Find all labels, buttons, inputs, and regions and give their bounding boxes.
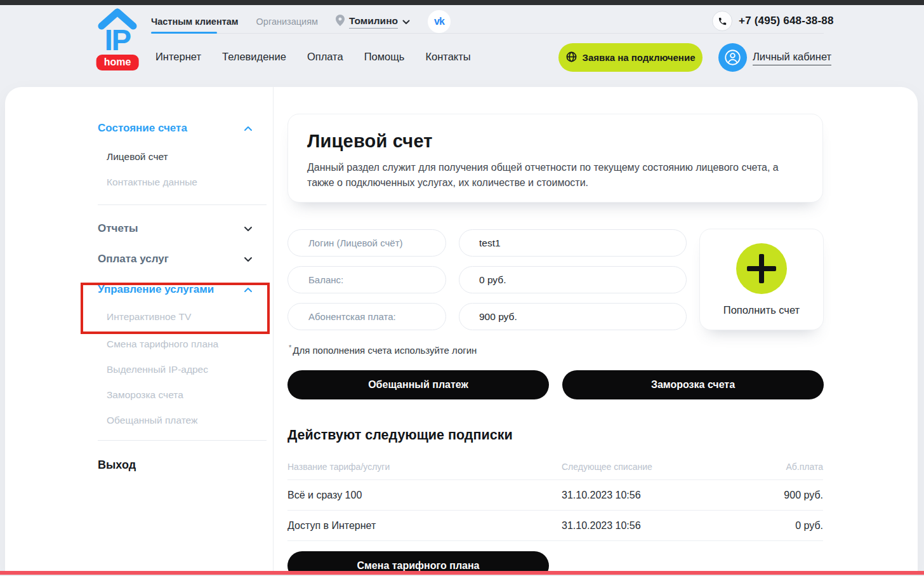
topup-account-card[interactable]: Пополнить счет [699,229,824,330]
logo-text: IP [95,25,140,55]
sidebar-divider [273,87,274,576]
cell-next-charge: 31.10.2023 10:56 [562,490,641,501]
connect-request-button[interactable]: Заявка на подключение [558,43,703,72]
nav-television[interactable]: Телевидение [222,51,286,63]
chevron-down-icon [244,253,253,265]
sidebar-section-divider [98,204,267,205]
cell-tariff-name: Доступ в Интернет [287,520,376,532]
active-tab-underline [151,32,217,34]
chevron-down-icon [402,16,410,27]
note-text: Для пополнения счета используйте логин [293,345,477,356]
field-label-subscription-fee: Абонентская плата: [287,303,446,330]
col-header-next-charge: Следующее списание [562,462,652,472]
browser-top-strip [0,0,924,5]
location-pin-icon [336,15,345,29]
cell-fee: 0 руб. [795,520,823,532]
field-value-login: test1 [459,229,687,257]
login-note: *Для пополнения счета используйте логин [289,344,477,356]
nav-help[interactable]: Помощь [364,51,405,63]
table-row: Всё и сразу 100 31.10.2023 10:56 900 руб… [287,479,823,510]
sidebar-section-payment-services[interactable]: Оплата услуг [98,253,253,265]
cell-fee: 900 руб. [784,490,823,501]
value-text: 900 руб. [479,311,517,323]
section-label: Отчеты [98,222,138,235]
subscriptions-title: Действуют следующие подписки [287,427,513,443]
intro-card: Лицевой счет Данный раздел служит для по… [287,114,823,203]
location-label: Томилино [349,15,398,29]
sidebar-logout[interactable]: Выход [98,459,136,472]
sidebar-section-service-management[interactable]: Управление услугами [98,283,253,296]
sidebar-item-change-tariff[interactable]: Смена тарифного плана [107,338,218,350]
location-selector[interactable]: Томилино [336,15,410,29]
sidebar-item-dedicated-ip[interactable]: Выделенный IP-адрес [107,364,208,375]
phone-contact[interactable]: +7 (495) 648-38-88 [712,11,834,31]
plus-bar-vertical [759,254,764,283]
sidebar-section-account-state[interactable]: Состояние счета [98,122,253,135]
sidebar-item-personal-account[interactable]: Лицевой счет [107,151,168,163]
logo-home-badge: home [96,55,139,70]
section-label: Оплата услуг [98,253,169,265]
sidebar-item-freeze-account[interactable]: Заморозка счета [107,389,183,401]
chevron-down-icon [244,223,253,234]
sidebar-section-reports[interactable]: Отчеты [98,222,253,235]
section-label: Состояние счета [98,122,187,135]
label-text: Абонентская плата: [308,311,396,322]
sidebar-item-promised-payment[interactable]: Обещанный платеж [107,415,197,426]
col-header-fee: Аб.плата [786,462,823,472]
tab-private-clients[interactable]: Частным клиентам [151,17,239,27]
value-text: test1 [479,238,501,249]
chevron-up-icon [244,123,253,134]
promised-payment-button[interactable]: Обещанный платеж [287,370,549,399]
label-text: Баланс: [308,274,343,285]
main-nav: Интернет Телевидение Оплата Помощь Конта… [155,51,471,63]
chevron-up-icon [244,284,253,295]
freeze-account-button[interactable]: Заморозка счета [562,370,824,399]
field-value-subscription-fee: 900 руб. [459,303,687,330]
label-text: Логин (Лицевой счёт) [308,238,403,248]
cell-tariff-name: Всё и сразу 100 [287,490,362,501]
subscriptions-table: Название тарифа/услуги Следующее списани… [287,459,823,541]
field-value-balance: 0 руб. [459,266,687,293]
table-header-row: Название тарифа/услуги Следующее списани… [287,459,823,479]
phone-icon [712,11,732,31]
logo[interactable]: IP home [95,7,140,70]
vk-icon[interactable]: vk [428,10,451,33]
topup-label: Пополнить счет [723,304,800,316]
table-row: Доступ в Интернет 31.10.2023 10:56 0 руб… [287,510,823,541]
account-avatar-icon[interactable] [718,43,747,72]
sidebar-item-contact-data[interactable]: Контактные данные [107,177,197,188]
field-label-balance: Баланс: [287,266,446,293]
personal-account-link[interactable]: Личный кабинет [753,51,831,65]
col-header-name: Название тарифа/услуги [287,462,390,472]
value-text: 0 руб. [479,274,506,286]
field-label-login: Логин (Лицевой счёт) [287,229,446,257]
nav-contacts[interactable]: Контакты [425,51,470,63]
header-divider [151,33,824,34]
page: IP home Частным клиентам Организациям То… [0,0,924,576]
cell-next-charge: 31.10.2023 10:56 [562,520,641,532]
page-description: Данный раздел служит для получения общей… [307,160,789,191]
nav-internet[interactable]: Интернет [155,51,201,63]
page-title: Лицевой счет [307,131,797,152]
connect-request-label: Заявка на подключение [583,52,696,63]
section-label: Управление услугами [98,283,214,296]
sidebar-section-divider [98,440,267,441]
main-panel: Состояние счета Лицевой счет Контактные … [5,87,918,576]
tab-organizations[interactable]: Организациям [256,17,318,27]
nav-payment[interactable]: Оплата [307,51,343,63]
note-asterisk: * [289,344,291,351]
phone-number: +7 (495) 648-38-88 [739,15,834,27]
plus-icon[interactable] [736,243,787,294]
audience-tab-row: Частным клиентам Организациям Томилино v… [151,10,451,33]
globe-icon [566,51,577,64]
sidebar-item-interactive-tv[interactable]: Интерактивное TV [107,311,191,323]
